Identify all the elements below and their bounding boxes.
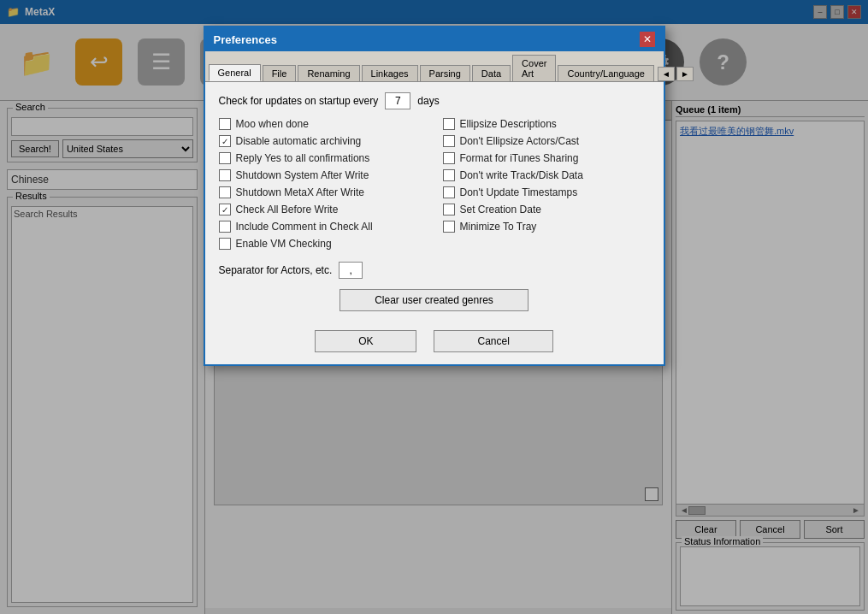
pref-row-enable-vm: Enable VM Checking: [219, 238, 426, 250]
pref-tab-general[interactable]: General: [209, 64, 261, 81]
itunes-checkbox[interactable]: [443, 152, 455, 164]
no-timestamps-checkbox[interactable]: [443, 186, 455, 198]
pref-row-archive: Disable automatic archiving: [219, 135, 426, 147]
include-comment-label: Include Comment in Check All: [236, 221, 373, 233]
pref-tab-prev[interactable]: ◄: [658, 67, 675, 81]
separator-input[interactable]: [339, 262, 363, 279]
pref-tab-data[interactable]: Data: [472, 65, 511, 81]
ellipsize-checkbox[interactable]: [443, 118, 455, 130]
separator-row: Separator for Actors, etc.: [219, 262, 650, 279]
pref-row-ellipsize: Ellipsize Descriptions: [443, 118, 650, 130]
pref-row-no-timestamps: Don't Update Timestamps: [443, 186, 650, 198]
left-options-col: Moo when done Disable automatic archivin…: [219, 118, 426, 255]
update-label: Check for updates on startup every: [219, 95, 379, 107]
pref-tab-linkages[interactable]: Linkages: [362, 65, 418, 81]
pref-row-confirm: Reply Yes to all confirmations: [219, 152, 426, 164]
pref-tab-country[interactable]: Country/Language: [558, 65, 654, 81]
separator-label: Separator for Actors, etc.: [219, 264, 333, 276]
archive-label: Disable automatic archiving: [236, 135, 362, 147]
two-col-options: Moo when done Disable automatic archivin…: [219, 118, 650, 255]
moo-checkbox[interactable]: [219, 118, 231, 130]
dialog-tabs: General File Renaming Linkages Parsing D…: [205, 51, 664, 82]
pref-row-shutdown-metax: Shutdown MetaX After Write: [219, 186, 426, 198]
update-unit: days: [417, 95, 439, 107]
enable-vm-checkbox[interactable]: [219, 238, 231, 250]
creation-date-checkbox[interactable]: [443, 204, 455, 215]
itunes-label: Format for iTunes Sharing: [460, 152, 579, 164]
preferences-dialog: Preferences ✕ General File Renaming Link…: [204, 26, 665, 366]
no-timestamps-label: Don't Update Timestamps: [460, 186, 578, 198]
update-row: Check for updates on startup every days: [219, 92, 650, 109]
pref-row-no-ellipsize: Don't Ellipsize Actors/Cast: [443, 135, 650, 147]
minimize-label: Minimize To Tray: [460, 221, 537, 233]
dialog-footer: OK Cancel: [205, 322, 664, 364]
shutdown-metax-label: Shutdown MetaX After Write: [236, 186, 365, 198]
moo-label: Moo when done: [236, 118, 309, 130]
no-track-checkbox[interactable]: [443, 169, 455, 181]
pref-row-minimize: Minimize To Tray: [443, 221, 650, 233]
pref-row-shutdown-system: Shutdown System After Write: [219, 169, 426, 181]
ok-button[interactable]: OK: [315, 330, 416, 352]
confirm-checkbox[interactable]: [219, 152, 231, 164]
right-options-col: Ellipsize Descriptions Don't Ellipsize A…: [443, 118, 650, 255]
pref-tab-coverart[interactable]: Cover Art: [512, 55, 556, 81]
dialog-title: Preferences: [214, 33, 277, 46]
check-all-label: Check All Before Write: [236, 204, 339, 215]
dialog-overlay: Preferences ✕ General File Renaming Link…: [0, 0, 868, 614]
dialog-title-bar: Preferences ✕: [205, 27, 664, 51]
pref-tab-file[interactable]: File: [263, 65, 297, 81]
shutdown-metax-checkbox[interactable]: [219, 186, 231, 198]
pref-row-creation-date: Set Creation Date: [443, 204, 650, 215]
check-all-checkbox[interactable]: [219, 204, 231, 215]
no-track-label: Don't write Track/Disk Data: [460, 169, 583, 181]
update-days-input[interactable]: [385, 92, 410, 109]
cancel-button[interactable]: Cancel: [434, 330, 552, 352]
archive-checkbox[interactable]: [219, 135, 231, 147]
clear-genres-button[interactable]: Clear user created genres: [340, 289, 528, 311]
dialog-close-button[interactable]: ✕: [640, 32, 655, 47]
pref-row-include-comment: Include Comment in Check All: [219, 221, 426, 233]
no-ellipsize-label: Don't Ellipsize Actors/Cast: [460, 135, 580, 147]
pref-row-moo: Moo when done: [219, 118, 426, 130]
confirm-label: Reply Yes to all confirmations: [236, 152, 370, 164]
no-ellipsize-checkbox[interactable]: [443, 135, 455, 147]
shutdown-system-label: Shutdown System After Write: [236, 169, 369, 181]
pref-tab-parsing[interactable]: Parsing: [420, 65, 470, 81]
minimize-checkbox[interactable]: [443, 221, 455, 233]
pref-row-check-all: Check All Before Write: [219, 204, 426, 215]
creation-date-label: Set Creation Date: [460, 204, 541, 215]
pref-tab-next[interactable]: ►: [676, 67, 694, 81]
enable-vm-label: Enable VM Checking: [236, 238, 332, 250]
include-comment-checkbox[interactable]: [219, 221, 231, 233]
pref-row-no-track: Don't write Track/Disk Data: [443, 169, 650, 181]
pref-tab-renaming[interactable]: Renaming: [298, 65, 359, 81]
shutdown-system-checkbox[interactable]: [219, 169, 231, 181]
dialog-body: Check for updates on startup every days …: [205, 82, 664, 322]
ellipsize-label: Ellipsize Descriptions: [460, 118, 557, 130]
pref-row-itunes: Format for iTunes Sharing: [443, 152, 650, 164]
